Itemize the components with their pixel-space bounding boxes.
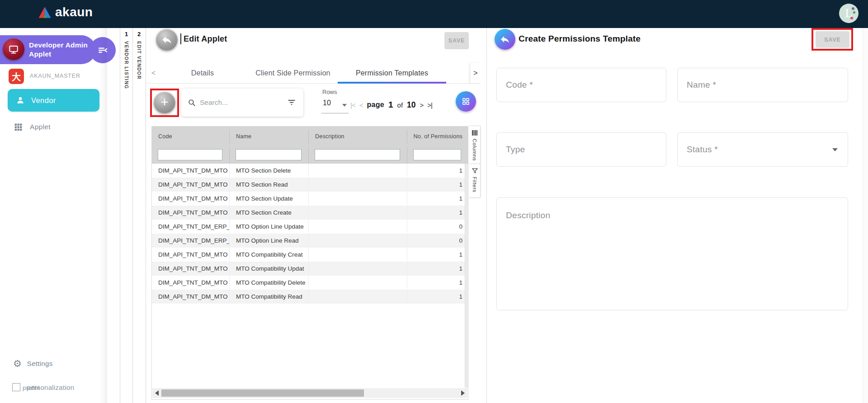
cell-permissions: 0 [407, 234, 468, 248]
save-button[interactable]: SAVE [816, 31, 849, 48]
scrollbar-thumb[interactable] [161, 389, 364, 397]
profile-checkbox[interactable] [12, 383, 20, 391]
rows-label: Rows [322, 89, 337, 95]
edit-applet-panel: Edit Applet SAVE < Details Client Side P… [146, 28, 486, 403]
tab-bar: < Details Client Side Permission Permiss… [146, 63, 481, 84]
sidebar-item-label: Applet [30, 123, 51, 131]
table-row[interactable]: DIM_API_TNT_DM_MTOMTO Compatibility Read… [152, 290, 468, 304]
scroll-left-icon[interactable] [155, 390, 159, 396]
table-row[interactable]: DIM_API_TNT_DM_MTOMTO Section Create1 [152, 206, 468, 220]
cell-name: MTO Section Update [229, 192, 308, 206]
scroll-right-icon[interactable] [461, 390, 465, 396]
save-button[interactable]: SAVE [444, 32, 469, 49]
filters-side-tab[interactable]: Filters [469, 164, 481, 198]
cell-permissions: 1 [407, 248, 468, 262]
vertical-scrollbar[interactable] [465, 164, 468, 388]
plus-icon: + [160, 95, 169, 109]
type-field[interactable]: Type [496, 132, 666, 167]
cell-name: MTO Compatibility Creat [229, 248, 308, 262]
cell-code: DIM_API_TNT_DM_MTO [152, 265, 229, 272]
filter-input-name[interactable] [236, 149, 302, 160]
table-header: Code Name Description No. of Permissions [152, 127, 468, 146]
step-tab-edit-vendor[interactable]: 2 EDIT VENDOR [132, 28, 145, 403]
panel-title[interactable]: Edit Applet [184, 34, 227, 44]
column-header-code[interactable]: Code [152, 133, 229, 140]
back-button[interactable] [495, 29, 515, 50]
panel-title: Create Permissions Template [519, 34, 641, 44]
table-row[interactable]: DIM_API_TNT_DM_MTOMTO Compatibility Upda… [152, 262, 468, 276]
user-avatar[interactable]: L [839, 4, 859, 23]
filter-list-icon[interactable] [287, 98, 296, 107]
cell-name: MTO Section Read [229, 178, 308, 192]
table-row[interactable]: DIM_API_TNT_DM_MTOMTO Section Update1 [152, 192, 468, 206]
tabs-scroll-right-icon[interactable]: > [471, 63, 481, 83]
columns-side-tab[interactable]: Columns [469, 126, 481, 164]
previous-page-button[interactable]: < [359, 101, 363, 109]
table-row[interactable]: DIM_API_TNT_DM_MTOMTO Compatibility Crea… [152, 248, 468, 262]
cell-code: DIM_API_TNT_DM_MTO [152, 279, 229, 286]
cell-permissions: 1 [407, 276, 468, 290]
name-field-label: Name * [687, 80, 716, 90]
layout-grid-button[interactable] [456, 91, 476, 112]
rows-per-page-select[interactable]: 10 [323, 99, 331, 107]
back-arrow-icon [500, 34, 510, 45]
sidebar-item-settings[interactable]: ⚙ Settings [8, 354, 99, 372]
search-input[interactable] [200, 98, 274, 107]
cell-name: MTO Section Delete [229, 164, 308, 178]
tab-client-side-permission[interactable]: Client Side Permission [236, 63, 349, 83]
columns-label: Columns [472, 139, 477, 161]
horizontal-scrollbar[interactable] [152, 388, 467, 398]
table-row[interactable]: DIM_API_TNT_DM_MTOMTO Section Read1 [152, 178, 468, 192]
cell-code: DIM_API_TNT_DM_MTO [152, 195, 229, 202]
table-row[interactable]: DIM_API_TNT_DM_MTOMTO Compatibility Dele… [152, 276, 468, 290]
next-page-button[interactable]: > [420, 101, 424, 109]
name-field[interactable]: Name * [677, 68, 848, 102]
filter-input-permissions[interactable] [413, 149, 461, 160]
collapse-menu-icon [97, 45, 108, 56]
tabs-scroll-left-icon[interactable]: < [151, 63, 156, 83]
cell-permissions: 1 [407, 178, 468, 192]
tab-details[interactable]: Details [173, 63, 232, 83]
table-row[interactable]: DIM_API_TNT_DM_MTOMTO Section Delete1 [152, 164, 468, 178]
tab-permission-templates[interactable]: Permission Templates [338, 63, 446, 83]
window-scrollbar[interactable] [863, 28, 868, 403]
step-tab-vendor-listing[interactable]: 1 VENDOR LISTING [120, 28, 132, 403]
add-template-button[interactable]: + [154, 92, 175, 113]
of-word: of [397, 101, 403, 109]
code-field[interactable]: Code * [496, 68, 666, 102]
cell-name: MTO Compatibility Updat [229, 262, 308, 276]
type-field-label: Type [506, 145, 525, 155]
table-row[interactable]: DIM_API_TNT_DM_ERP_MTO Option Line Updat… [152, 220, 468, 234]
sidebar-item-vendor[interactable]: Vendor [8, 89, 99, 112]
code-field-label: Code * [506, 80, 533, 90]
sidebar-item-applet[interactable]: Applet [8, 117, 99, 136]
back-button[interactable] [156, 29, 178, 51]
cell-name: MTO Option Line Read [229, 234, 308, 248]
step-number: 2 [133, 31, 145, 37]
table-row[interactable]: DIM_API_TNT_DM_ERP_MTO Option Line Read0 [152, 234, 468, 248]
first-page-button[interactable]: |< [350, 101, 355, 109]
cell-name: MTO Section Create [229, 206, 308, 220]
profile-label: profile [23, 384, 40, 391]
status-select[interactable]: Status * [677, 132, 848, 167]
step-label: EDIT VENDOR [137, 41, 142, 80]
pagination: |< < page 1 of 10 > >| [350, 97, 432, 113]
filter-input-description[interactable] [315, 149, 400, 160]
filter-input-code[interactable] [158, 149, 222, 160]
chevron-down-icon[interactable] [342, 104, 347, 107]
tenant-row-akaun-master[interactable]: 大 AKAUN_MASTER [0, 68, 107, 87]
cell-code: DIM_API_TNT_DM_MTO [152, 293, 229, 300]
cell-description [308, 234, 407, 248]
total-pages: 10 [407, 100, 415, 110]
column-header-name[interactable]: Name [229, 130, 308, 143]
last-page-button[interactable]: >| [427, 101, 432, 109]
cell-description [308, 164, 407, 178]
sidebar-item-profile-personalization[interactable]: personalization profile [0, 382, 107, 395]
current-page: 1 [388, 100, 393, 110]
sidebar-collapse-button[interactable] [90, 37, 116, 63]
apps-grid-icon [14, 122, 23, 132]
column-header-description[interactable]: Description [308, 130, 407, 143]
chevron-down-icon[interactable] [832, 148, 838, 151]
column-header-permissions[interactable]: No. of Permissions [407, 130, 468, 143]
description-field[interactable]: Description [496, 197, 848, 310]
